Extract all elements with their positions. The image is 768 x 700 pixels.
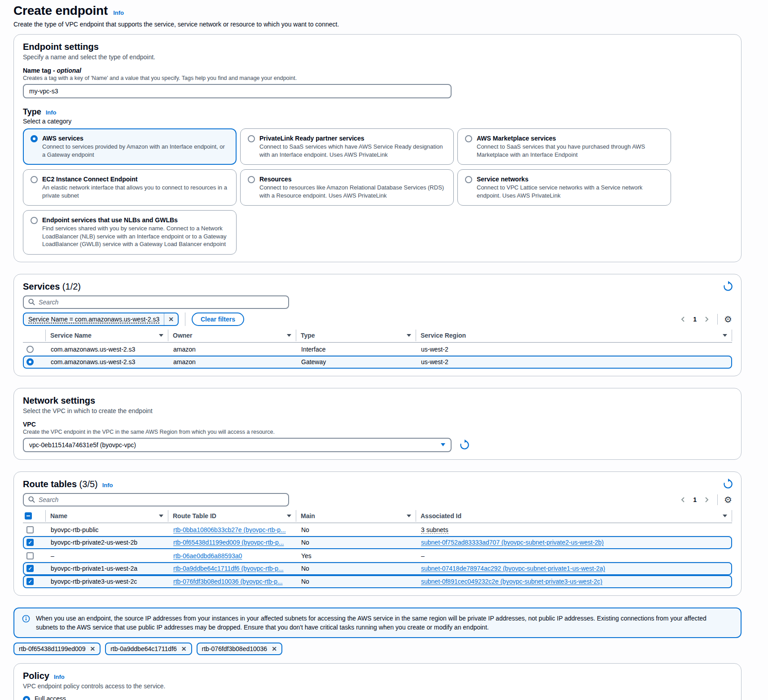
route-tables-table-header: Name Route Table ID Main Associated Id (23, 510, 732, 523)
endpoint-settings-description: Specify a name and select the type of en… (23, 53, 732, 61)
token-close-icon[interactable]: ✕ (90, 645, 95, 652)
route-tables-refresh-button[interactable] (722, 478, 734, 490)
filter-token-close-icon[interactable]: ✕ (164, 313, 178, 325)
col-route-table-id: Route Table ID (168, 510, 296, 522)
services-settings-gear-icon[interactable]: ⚙ (724, 315, 732, 324)
table-row-selected[interactable]: byovpc-rtb-private2-us-west-2b rtb-0f654… (23, 536, 732, 549)
policy-card: Policy Info VPC endpoint policy controls… (13, 663, 742, 700)
category-grid: AWS services Connect to services provide… (23, 128, 671, 255)
category-resources[interactable]: Resources Connect to resources like Amaz… (240, 169, 454, 206)
next-page-icon[interactable] (702, 495, 711, 504)
selected-route-table-tokens: rtb-0f65438d1199ed009 ✕ rtb-0a9ddbe64c17… (13, 643, 742, 655)
services-page-number[interactable]: 1 (690, 316, 699, 323)
table-row[interactable]: com.amazonaws.us-west-2.s3 amazon Interf… (23, 343, 732, 356)
radio-nlb-gwlb[interactable] (31, 217, 38, 224)
category-service-networks[interactable]: Service networks Connect to VPC Lattice … (457, 169, 671, 206)
col-associated-id: Associated Id (416, 510, 732, 522)
radio-aws-services[interactable] (31, 135, 38, 142)
filter-token-label[interactable]: Service Name = com.amazonaws.us-west-2.s… (24, 316, 164, 323)
endpoint-info-banner: When you use an endpoint, the source IP … (13, 608, 742, 638)
select-all-checkbox[interactable] (25, 512, 32, 519)
services-search-input[interactable] (39, 299, 284, 306)
radio-privatelink-partner[interactable] (248, 135, 255, 142)
route-table-id-link[interactable]: rtb-076fdf3b08ed10036 (byovpc-rtb-p... (173, 578, 283, 585)
associated-id-filter-icon[interactable] (723, 515, 727, 517)
type-filter-icon[interactable] (407, 334, 411, 337)
services-search[interactable] (23, 295, 289, 309)
page-description: Create the type of VPC endpoint that sup… (13, 21, 755, 28)
radio-resources[interactable] (248, 176, 255, 183)
subnet-link[interactable]: subnet-0f752ad83333ad707 (byovpc-subnet-… (421, 539, 604, 546)
route-table-id-link[interactable]: rtb-0bba10806b33cb27e (byovpc-rtb-p... (173, 526, 286, 533)
table-row-selected[interactable]: byovpc-rtb-private3-us-west-2c rtb-076fd… (23, 575, 732, 588)
pagination-divider (717, 314, 718, 325)
category-nlb-gwlb[interactable]: Endpoint services that use NLBs and GWLB… (23, 210, 237, 255)
route-table-token: rtb-076fdf3b08ed10036 ✕ (197, 643, 282, 655)
name-tag-input[interactable] (23, 84, 452, 98)
subnet-link[interactable]: subnet-0f891cec049232c2e (byovpc-subnet-… (421, 578, 602, 585)
row-checkbox[interactable] (26, 526, 34, 533)
endpoint-settings-title: Endpoint settings (23, 42, 732, 52)
route-tables-settings-gear-icon[interactable]: ⚙ (724, 495, 732, 504)
category-aws-services[interactable]: AWS services Connect to services provide… (23, 128, 237, 165)
policy-full-access-option[interactable]: Full access (23, 695, 732, 700)
services-refresh-button[interactable] (722, 281, 734, 292)
name-tag-label: Name tag - optional (23, 67, 732, 74)
full-access-radio[interactable] (23, 696, 30, 700)
name-filter-icon[interactable] (159, 515, 163, 517)
table-row-selected[interactable]: com.amazonaws.us-west-2.s3 amazon Gatewa… (23, 356, 732, 369)
services-title: Services (23, 282, 60, 291)
category-ec2-instance-connect[interactable]: EC2 Instance Connect Endpoint An elastic… (23, 169, 237, 206)
route-table-id-link[interactable]: rtb-0f65438d1199ed009 (byovpc-rtb-p... (173, 539, 284, 546)
type-info-link[interactable]: Info (46, 109, 57, 116)
network-settings-title: Network settings (23, 396, 732, 406)
network-settings-card: Network settings Select the VPC in which… (13, 388, 742, 460)
category-privatelink-partner[interactable]: PrivateLink Ready partner services Conne… (240, 128, 454, 165)
policy-title: Policy (23, 671, 49, 681)
previous-page-icon[interactable] (679, 315, 688, 324)
owner-filter-icon[interactable] (287, 334, 291, 337)
row-checkbox[interactable] (26, 565, 34, 572)
row-radio[interactable] (26, 358, 34, 365)
radio-marketplace[interactable] (465, 135, 472, 142)
clear-filters-button[interactable]: Clear filters (192, 313, 244, 326)
refresh-icon (722, 281, 734, 292)
route-tables-search[interactable] (23, 493, 289, 506)
previous-page-icon[interactable] (679, 495, 688, 504)
pagination-divider (717, 494, 718, 505)
radio-ec2-instance-connect[interactable] (31, 176, 38, 183)
route-table-id-link[interactable]: rtb-06ae0dbd6a88593a0 (173, 552, 242, 559)
row-checkbox[interactable] (26, 539, 34, 546)
main-filter-icon[interactable] (407, 515, 411, 517)
page-info-link[interactable]: Info (113, 9, 124, 16)
vpc-refresh-button[interactable] (459, 439, 470, 451)
route-table-id-filter-icon[interactable] (287, 515, 291, 517)
token-close-icon[interactable]: ✕ (181, 645, 187, 652)
subnets-popover-trigger[interactable]: 3 subnets (421, 526, 448, 534)
table-row[interactable]: – rtb-06ae0dbd6a88593a0 Yes – (23, 549, 732, 562)
route-tables-search-input[interactable] (39, 496, 284, 503)
search-icon (28, 299, 35, 305)
category-marketplace[interactable]: AWS Marketplace services Connect to SaaS… (457, 128, 671, 165)
vpc-help: Create the VPC endpoint in the VPC in th… (23, 429, 732, 435)
banner-text: When you use an endpoint, the source IP … (36, 614, 709, 632)
table-row[interactable]: byovpc-rtb-public rtb-0bba10806b33cb27e … (23, 523, 732, 536)
service-region-filter-icon[interactable] (723, 334, 727, 337)
subnet-link[interactable]: subnet-07418de78974ac292 (byovpc-subnet-… (421, 565, 605, 572)
row-radio[interactable] (26, 346, 34, 353)
service-name-filter-icon[interactable] (159, 334, 163, 337)
route-tables-page-number[interactable]: 1 (690, 496, 699, 503)
radio-service-networks[interactable] (465, 176, 472, 183)
route-table-id-link[interactable]: rtb-0a9ddbe64c1711df6 (byovpc-rtb-p... (173, 565, 284, 572)
vpc-select[interactable]: vpc-0eb11514a74631e5f (byovpc-vpc) (23, 438, 452, 452)
col-type: Type (296, 330, 416, 341)
row-checkbox[interactable] (26, 578, 34, 585)
next-page-icon[interactable] (702, 315, 711, 324)
services-table: Service Name Owner Type Service Region (23, 330, 732, 369)
policy-info-link[interactable]: Info (54, 674, 65, 680)
route-tables-info-link[interactable]: Info (102, 482, 113, 489)
token-close-icon[interactable]: ✕ (272, 645, 277, 652)
row-checkbox[interactable] (26, 552, 34, 559)
table-row-selected[interactable]: byovpc-rtb-private1-us-west-2a rtb-0a9dd… (23, 562, 732, 575)
route-tables-table: Name Route Table ID Main Associated Id (23, 510, 732, 588)
